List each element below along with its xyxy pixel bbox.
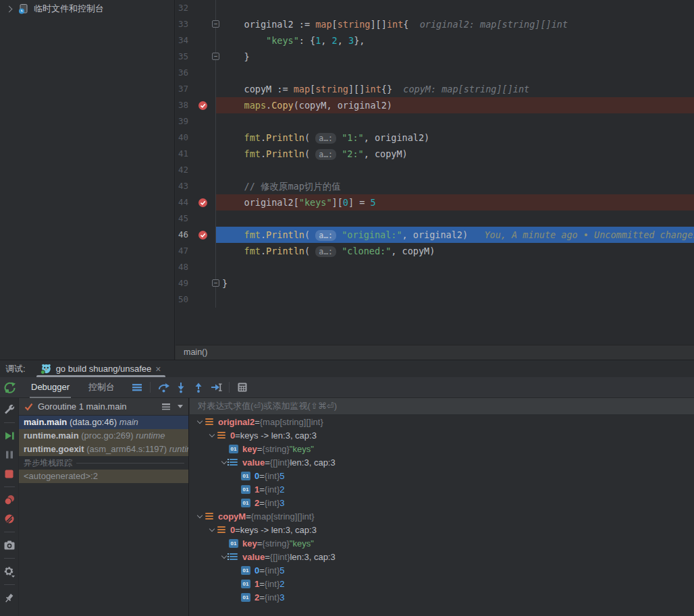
gutter-breakpoint-area[interactable] [196,146,209,162]
gutter-breakpoint-area[interactable] [196,178,209,194]
stack-frame-row[interactable]: runtime.goexit (asm_arm64.s:1197) runtim… [19,443,188,456]
variable-row[interactable]: original2 = {map[string][]int} [190,415,694,428]
variable-row[interactable]: 012 = {int} 3 [190,496,694,509]
rerun-icon[interactable] [1,380,18,395]
code-text[interactable]: } [216,49,694,65]
variable-row[interactable]: 01key = {string} "keys" [190,536,694,550]
code-text[interactable]: fmt.Println( a…: "original:", original2)… [216,227,694,243]
line-number[interactable]: 50 [176,291,196,308]
goroutine-selector[interactable]: Goroutine 1 main.main [19,398,188,416]
resume-icon[interactable] [2,428,17,443]
tab-debugger[interactable]: Debugger [24,377,76,398]
gutter-breakpoint-area[interactable] [196,275,209,291]
gutter-breakpoint-area[interactable] [196,211,209,227]
variable-row[interactable]: 010 = {int} 5 [190,469,694,482]
chevron-right-icon[interactable] [6,5,13,12]
variable-row[interactable]: copyM = {map[string][]int} [190,509,694,523]
gutter-breakpoint-area[interactable] [196,16,209,32]
gutter-breakpoint-area[interactable] [196,49,209,65]
tab-console[interactable]: 控制台 [82,377,122,398]
line-number[interactable]: 44 [176,194,196,211]
gutter-breakpoint-area[interactable] [196,243,209,259]
gutter-breakpoint-area[interactable] [196,291,209,308]
breakpoint-icon[interactable] [196,227,209,243]
gutter-breakpoint-area[interactable] [196,81,209,97]
step-into-icon[interactable] [172,380,190,395]
line-number[interactable]: 45 [176,211,196,227]
line-number[interactable]: 43 [176,178,196,194]
code-text[interactable]: maps.Copy(copyM, original2) [216,97,694,113]
fold-end-icon[interactable]: − [212,279,219,287]
variable-row[interactable]: value = {[]int} len:3, cap:3 [190,550,694,563]
stop-icon[interactable] [2,466,17,481]
line-number[interactable]: 39 [176,113,196,130]
code-text[interactable]: copyM := map[string][]int{} copyM: map[s… [216,81,694,97]
variable-row[interactable]: 011 = {int} 2 [190,482,694,496]
gutter-breakpoint-area[interactable] [196,162,209,178]
debug-session-tab[interactable]: go build shuang/unsafee × [36,360,165,377]
show-execution-point-icon[interactable] [128,380,146,395]
fold-start-icon[interactable]: − [212,20,219,28]
code-text[interactable] [216,259,694,275]
stack-frame-row[interactable]: main.main (data.go:46) main [19,416,188,429]
code-text[interactable]: fmt.Println( a…: "cloned:", copyM) [216,243,694,259]
line-number[interactable]: 38 [176,97,196,113]
expand-chevron-icon[interactable] [207,435,217,437]
expand-chevron-icon[interactable] [207,529,217,531]
line-number[interactable]: 35 [176,49,196,65]
variable-row[interactable]: 0 = keys -> len:3, cap:3 [190,428,694,442]
pin-icon[interactable] [2,590,17,605]
evaluate-expression-icon[interactable] [234,380,251,395]
line-number[interactable]: 40 [176,130,196,146]
code-text[interactable] [216,0,694,16]
code-text[interactable] [216,113,694,130]
chevron-down-icon[interactable] [178,405,183,408]
frames-filter-icon[interactable] [161,403,171,411]
wrench-icon[interactable] [2,402,17,417]
gear-icon[interactable] [2,564,17,579]
expand-chevron-icon[interactable] [195,421,205,423]
close-icon[interactable]: × [155,364,161,374]
line-number[interactable]: 46 [176,227,196,243]
gutter-breakpoint-area[interactable] [196,65,209,81]
breadcrumb-item[interactable]: main() [184,347,207,357]
code-text[interactable] [216,211,694,227]
variable-row[interactable]: 01key = {string} "keys" [190,442,694,455]
stack-frame-row[interactable]: <autogenerated>:2 [19,470,188,483]
line-number[interactable]: 42 [176,162,196,178]
line-number[interactable]: 32 [176,0,196,16]
code-text[interactable]: original2["keys"][0] = 5 [216,194,694,211]
code-text[interactable]: original2 := map[string][]int{ original2… [216,16,694,32]
variable-row[interactable]: 012 = {int} 3 [190,590,694,604]
line-number[interactable]: 47 [176,243,196,259]
line-number[interactable]: 49 [176,275,196,291]
line-number[interactable]: 36 [176,65,196,81]
step-over-icon[interactable] [155,380,172,395]
stack-frame-row[interactable]: runtime.main (proc.go:269) runtime [19,429,188,443]
line-number[interactable]: 48 [176,259,196,275]
step-out-icon[interactable] [190,380,207,395]
fold-end-icon[interactable]: − [212,53,219,60]
code-text[interactable] [216,65,694,81]
run-to-cursor-icon[interactable] [207,380,225,395]
variable-row[interactable]: value = {[]int} len:3, cap:3 [190,455,694,469]
gutter-breakpoint-area[interactable] [196,130,209,146]
code-text[interactable]: } [216,275,694,291]
breadcrumb[interactable]: main() [176,345,694,360]
code-text[interactable]: "keys": {1, 2, 3}, [216,32,694,49]
code-text[interactable] [216,162,694,178]
expand-chevron-icon[interactable] [195,515,205,517]
breakpoint-icon[interactable] [196,194,209,211]
view-breakpoints-icon[interactable] [2,511,17,526]
variable-row[interactable]: 010 = {int} 5 [190,563,694,577]
variable-row[interactable]: 011 = {int} 2 [190,577,694,590]
evaluate-expression-input[interactable]: 对表达式求值(⏎)或添加监视(⇧⌘⏎) [190,398,694,415]
camera-icon[interactable] [2,538,17,553]
gutter-breakpoint-area[interactable] [196,259,209,275]
gutter-breakpoint-area[interactable] [196,32,209,49]
sidebar-item-scratches[interactable]: 临时文件和控制台 [0,0,174,18]
code-text[interactable]: fmt.Println( a…: "1:", original2) [216,130,694,146]
code-text[interactable]: // 修改原map切片的值 [216,178,694,194]
line-number[interactable]: 33 [176,16,196,32]
line-number[interactable]: 34 [176,32,196,49]
